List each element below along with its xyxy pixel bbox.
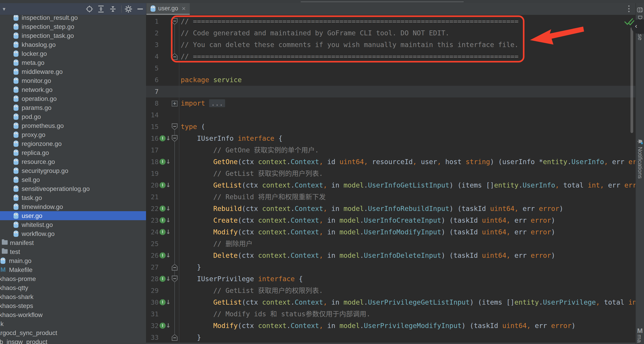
code-line[interactable]: 3// You can delete these comments if you…: [146, 39, 636, 51]
tree-item[interactable]: meta.go: [0, 58, 146, 67]
code-line[interactable]: 16I↓ IUserInfo interface {: [146, 133, 636, 144]
fold-collapse-icon[interactable]: [172, 135, 178, 142]
implemented-by-icon[interactable]: I↓: [160, 228, 170, 236]
tree-item[interactable]: manifest: [0, 238, 146, 247]
tree-item[interactable]: monitor.go: [0, 76, 146, 85]
code-line[interactable]: 33 }: [146, 332, 636, 343]
tool-stripe-label: ma: [636, 335, 643, 343]
tree-item[interactable]: middleware.go: [0, 67, 146, 76]
implemented-by-icon[interactable]: I↓: [160, 135, 170, 142]
tree-item[interactable]: regionzone.go: [0, 139, 146, 148]
tree-item[interactable]: k: [0, 319, 146, 328]
tree-item[interactable]: MMakefile: [0, 265, 146, 274]
tree-item[interactable]: workflow.go: [0, 229, 146, 238]
tree-item[interactable]: timewindow.go: [0, 202, 146, 211]
code-line[interactable]: 6package service: [146, 74, 636, 86]
implemented-by-icon[interactable]: I↓: [160, 158, 170, 166]
code-line[interactable]: 23I↓ Create(ctx context.Context, in mode…: [146, 215, 636, 226]
tree-item[interactable]: network.go: [0, 85, 146, 94]
code-line[interactable]: 24I↓ Modify(ctx context.Context, in mode…: [146, 226, 636, 238]
tree-item[interactable]: user.go: [0, 211, 146, 220]
tree-item[interactable]: khaos-workflow: [0, 310, 146, 319]
collapse-all-icon[interactable]: [109, 5, 117, 13]
tool-stripe-notifications[interactable]: Notifications: [636, 138, 644, 179]
tree-item[interactable]: khaos-qtty: [0, 283, 146, 292]
chevron-down-icon[interactable]: ▾: [3, 6, 6, 12]
close-icon[interactable]: ×: [182, 5, 186, 12]
implemented-by-icon[interactable]: I↓: [160, 252, 170, 259]
code-line[interactable]: 8+import ...: [146, 97, 636, 109]
fold-region-end-icon[interactable]: [172, 264, 178, 271]
code-line[interactable]: 15type (: [146, 121, 636, 133]
implemented-by-icon[interactable]: I↓: [160, 275, 170, 283]
code-line[interactable]: 14: [146, 109, 636, 121]
code-line[interactable]: 29 // GetList 获取用户的权限列表.: [146, 285, 636, 297]
code-line[interactable]: 28I↓ IUserPrivilege interface {: [146, 273, 636, 285]
implemented-by-icon[interactable]: I↓: [160, 299, 170, 306]
code-line[interactable]: 32I↓ Modify(ctx context.Context, in mode…: [146, 320, 636, 332]
tree-item[interactable]: task.go: [0, 193, 146, 202]
tree-item[interactable]: securitygroup.go: [0, 166, 146, 175]
tab-options-icon[interactable]: [628, 5, 630, 12]
code-line[interactable]: 18I↓ GetOne(ctx context.Context, id uint…: [146, 156, 636, 168]
tree-item[interactable]: inspection_step.go: [0, 22, 146, 31]
locate-icon[interactable]: [86, 5, 94, 13]
code-line[interactable]: 17 // GetOne 获取实例的单个用户.: [146, 144, 636, 156]
tree-item[interactable]: khaos-prome: [0, 274, 146, 283]
tree-item[interactable]: pod.go: [0, 112, 146, 121]
code-line-current[interactable]: 7: [146, 86, 636, 97]
tree-item[interactable]: resource.go: [0, 157, 146, 166]
tree-item[interactable]: argocd_sync_product: [0, 328, 146, 337]
code-line[interactable]: 1// ====================================…: [146, 15, 636, 27]
code-line[interactable]: 26I↓ Delete(ctx context.Context, in mode…: [146, 250, 636, 261]
tree-item[interactable]: khaos-shark: [0, 292, 146, 301]
stripe-collapse-flap[interactable]: ‹: [632, 19, 644, 34]
tree-item[interactable]: locker.go: [0, 49, 146, 58]
tab-user-go[interactable]: user.go ×: [146, 3, 190, 14]
implemented-by-icon[interactable]: I↓: [160, 181, 170, 189]
code-line[interactable]: 5: [146, 62, 636, 74]
tree-item[interactable]: lb_jnsgw_product: [0, 337, 146, 344]
code-text: IUserPrivilege interface {: [179, 273, 636, 285]
code-line[interactable]: 4// ====================================…: [146, 51, 636, 62]
tree-item[interactable]: sell.go: [0, 175, 146, 184]
code-line[interactable]: 2// Code generated and maintained by GoF…: [146, 27, 636, 39]
fold-collapse-icon[interactable]: [172, 276, 178, 282]
settings-icon[interactable]: [124, 5, 132, 13]
tree-item[interactable]: khaoslog.go: [0, 40, 146, 49]
fold-expand-icon[interactable]: +: [172, 101, 178, 106]
code-line[interactable]: 20I↓ GetList(ctx context.Context, in mod…: [146, 179, 636, 191]
tree-item[interactable]: params.go: [0, 103, 146, 112]
tree-item[interactable]: main.go: [0, 256, 146, 265]
code-line[interactable]: 31 // Modify ids 和 status参数仅用于内部调用.: [146, 308, 636, 320]
code-line[interactable]: 21 // Rebuild 将用户和权限重新下发: [146, 191, 636, 203]
tree-item[interactable]: proxy.go: [0, 130, 146, 139]
expand-all-icon[interactable]: [97, 5, 105, 13]
tree-item[interactable]: whitelist.go: [0, 220, 146, 229]
tree-item[interactable]: operation.go: [0, 94, 146, 103]
vertical-scrollbar[interactable]: [630, 27, 633, 133]
tree-item[interactable]: test: [0, 247, 146, 256]
code-line[interactable]: 30I↓ GetList(ctx context.Context, in mod…: [146, 297, 636, 308]
hide-panel-icon[interactable]: [136, 5, 144, 13]
implemented-by-icon[interactable]: I↓: [160, 217, 170, 224]
code-line[interactable]: 22I↓ Rebuild(ctx context.Context, in mod…: [146, 203, 636, 215]
tree-item[interactable]: prometheus.go: [0, 121, 146, 130]
code-line[interactable]: 25 // 删除用户: [146, 238, 636, 250]
implemented-by-icon[interactable]: I↓: [160, 205, 170, 213]
tree-item[interactable]: inspection_task.go: [0, 31, 146, 40]
code-editor[interactable]: 1// ====================================…: [146, 15, 636, 344]
fold-collapse-icon[interactable]: [172, 123, 178, 130]
tree-item[interactable]: sensitiveoperationlog.go: [0, 184, 146, 193]
fold-collapse-icon[interactable]: [172, 18, 178, 25]
code-line[interactable]: 19 // GetList 获取实例的用户列表.: [146, 168, 636, 179]
fold-region-end-icon[interactable]: [172, 334, 178, 341]
fold-region-end-icon[interactable]: [172, 53, 178, 60]
implemented-by-icon[interactable]: I↓: [160, 322, 170, 330]
tree-item[interactable]: khaos-steps: [0, 301, 146, 310]
code-text: // GetList 获取实例的用户列表.: [179, 168, 636, 179]
code-line[interactable]: 27 }: [146, 261, 636, 273]
tool-stripe-bottom-item[interactable]: M ma: [636, 327, 644, 344]
tree-item[interactable]: replica.go: [0, 148, 146, 157]
tree-item-label: sell.go: [22, 176, 40, 183]
